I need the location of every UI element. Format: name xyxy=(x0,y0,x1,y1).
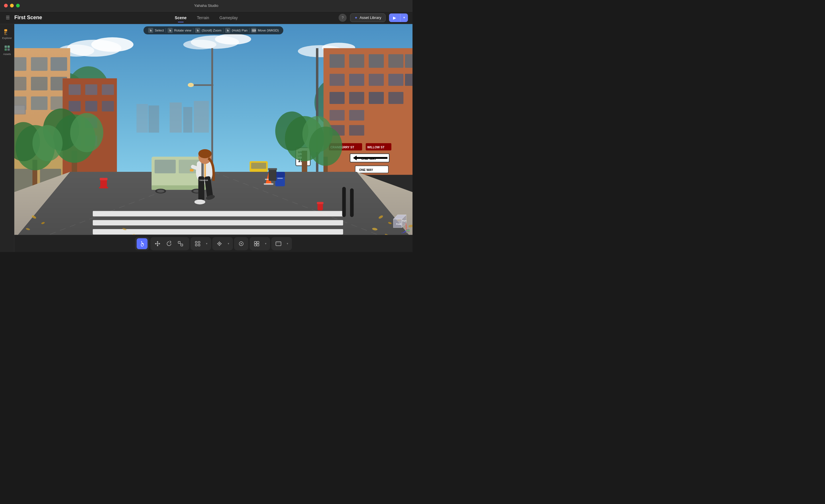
tool-grid-view[interactable] xyxy=(251,238,262,249)
svg-rect-74 xyxy=(349,110,364,120)
svg-rect-71 xyxy=(388,92,403,104)
minimize-button[interactable] xyxy=(10,4,14,7)
svg-text:y: y xyxy=(405,222,406,225)
viewport-mode-dropdown[interactable]: ▾ xyxy=(285,238,290,249)
svg-rect-220 xyxy=(276,242,281,246)
svg-rect-137 xyxy=(251,163,267,169)
titlebar: Yahaha Studio xyxy=(0,0,412,11)
sidebar-item-explorer[interactable]: Explorer xyxy=(1,26,13,41)
rotate-view-icon: 🖱 xyxy=(167,28,173,33)
toolbar-divider-2 xyxy=(193,28,194,33)
svg-rect-48 xyxy=(85,101,97,111)
svg-rect-155 xyxy=(275,172,285,177)
tool-viewport-mode[interactable] xyxy=(273,238,284,249)
svg-rect-22 xyxy=(137,104,148,133)
svg-rect-32 xyxy=(31,57,48,71)
traffic-lights xyxy=(4,4,20,7)
svg-rect-61 xyxy=(369,54,384,68)
scene-viewport: CRANBERRY ST WILLOW ST ONE WAY ONE WAY S… xyxy=(14,24,412,252)
tool-group-main xyxy=(135,237,149,250)
svg-rect-150 xyxy=(190,169,194,171)
maximize-button[interactable] xyxy=(16,4,20,7)
zoom-label: (Scroll) Zoom xyxy=(202,29,221,32)
svg-rect-158 xyxy=(350,188,354,217)
viewport[interactable]: CRANBERRY ST WILLOW ST ONE WAY ONE WAY S… xyxy=(14,24,412,252)
svg-rect-76 xyxy=(349,125,364,136)
svg-rect-31 xyxy=(14,57,26,71)
grid-dropdown[interactable]: ▾ xyxy=(263,238,269,249)
svg-rect-7 xyxy=(5,49,7,51)
svg-rect-63 xyxy=(405,54,412,68)
close-button[interactable] xyxy=(4,4,8,7)
svg-rect-205 xyxy=(198,241,200,243)
toolbar-divider-4 xyxy=(249,28,249,33)
svg-rect-163 xyxy=(317,202,323,204)
tool-group-circle xyxy=(234,237,248,250)
assets-icon xyxy=(4,45,11,52)
svg-rect-217 xyxy=(257,241,259,243)
asset-library-icon: ✦ xyxy=(354,15,358,20)
pan-label: (Hold) Pan xyxy=(232,29,247,32)
svg-text:Right: Right xyxy=(402,220,406,222)
svg-rect-206 xyxy=(195,244,197,246)
svg-rect-73 xyxy=(329,110,345,120)
left-sidebar: Explorer Assets xyxy=(0,24,14,252)
svg-point-14 xyxy=(215,34,251,45)
svg-rect-165 xyxy=(268,168,277,170)
assets-label: Assets xyxy=(3,53,11,56)
viewport-toolbar: 🖱 Select 🖱 Rotate view 🖱 (Scroll) Zoom 🖱… xyxy=(144,26,283,34)
navbar: ☰ First Scene Scene Terrain Gameplay ? ✦… xyxy=(0,11,412,24)
svg-rect-70 xyxy=(369,92,384,104)
tool-hint-pan: 🖱 (Hold) Pan xyxy=(225,28,247,33)
svg-point-101 xyxy=(188,83,194,87)
tab-gameplay[interactable]: Gameplay xyxy=(215,14,242,22)
move-icon: ⌨ xyxy=(251,28,256,33)
svg-rect-202 xyxy=(181,244,183,246)
play-button[interactable]: ▶ xyxy=(389,13,400,22)
tool-group-snap: ▾ xyxy=(212,237,233,250)
svg-rect-129 xyxy=(155,160,176,173)
play-button-group: ▶ ▾ xyxy=(389,13,408,22)
sidebar-item-assets[interactable]: Assets xyxy=(1,43,13,57)
svg-rect-156 xyxy=(277,178,283,179)
help-button[interactable]: ? xyxy=(339,14,347,22)
svg-point-209 xyxy=(219,243,220,244)
hamburger-menu[interactable]: ☰ xyxy=(5,14,11,21)
tool-scale[interactable] xyxy=(175,238,186,249)
tool-pivot[interactable] xyxy=(236,238,247,249)
svg-rect-157 xyxy=(342,187,346,217)
svg-rect-6 xyxy=(7,46,10,48)
svg-rect-124 xyxy=(93,229,343,235)
multi-transform-dropdown[interactable]: ▾ xyxy=(204,238,209,249)
svg-point-109 xyxy=(32,125,63,161)
svg-rect-60 xyxy=(349,54,364,68)
play-dropdown-button[interactable]: ▾ xyxy=(400,14,408,21)
svg-rect-140 xyxy=(201,163,204,178)
svg-rect-164 xyxy=(269,169,277,181)
svg-text:x: x xyxy=(410,229,410,232)
tool-rotate[interactable] xyxy=(164,238,174,249)
snap-move-dropdown[interactable]: ▾ xyxy=(225,238,231,249)
svg-rect-72 xyxy=(405,74,412,86)
tool-snap-icon xyxy=(186,238,188,249)
tab-terrain[interactable]: Terrain xyxy=(192,14,214,22)
svg-point-15 xyxy=(183,40,217,50)
svg-rect-207 xyxy=(198,244,200,246)
tab-scene[interactable]: Scene xyxy=(170,14,191,22)
svg-rect-68 xyxy=(329,92,345,104)
tool-hint-rotate: 🖱 Rotate view xyxy=(167,28,192,33)
svg-point-115 xyxy=(309,127,342,166)
svg-rect-46 xyxy=(102,84,114,95)
tool-multi-transform[interactable] xyxy=(192,238,203,249)
tool-snap-move[interactable] xyxy=(214,238,225,249)
svg-text:z: z xyxy=(401,231,403,233)
asset-library-button[interactable]: ✦ Asset Library xyxy=(350,13,386,22)
bottom-toolbar: ▾ ▾ xyxy=(14,235,412,252)
main-content: Explorer Assets xyxy=(0,24,412,252)
tool-translate[interactable] xyxy=(152,238,163,249)
svg-rect-65 xyxy=(349,74,364,86)
select-label: Select xyxy=(155,29,164,32)
nav-cube[interactable]: Front Right x y z xyxy=(388,211,409,232)
svg-rect-204 xyxy=(195,241,197,243)
tool-grab[interactable] xyxy=(137,238,148,249)
